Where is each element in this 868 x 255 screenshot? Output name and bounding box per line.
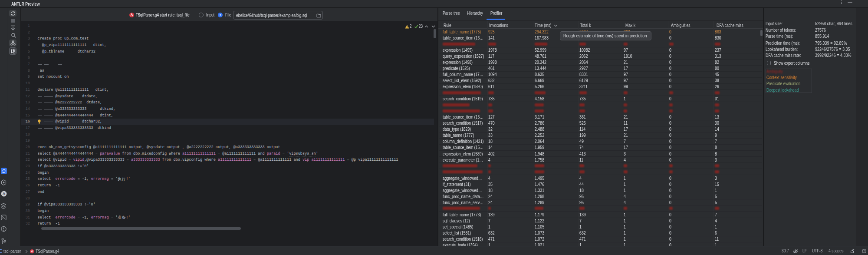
svg-text:A: A [3, 192, 6, 196]
